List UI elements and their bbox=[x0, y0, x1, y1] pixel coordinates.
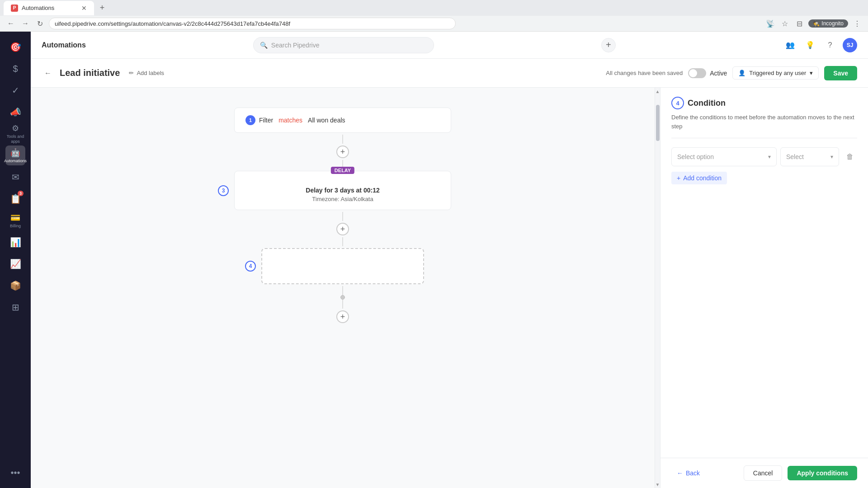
reload-button[interactable]: ↻ bbox=[34, 18, 45, 29]
trends-icon: 📈 bbox=[10, 258, 21, 269]
sidebar-item-trends[interactable]: 📈 bbox=[5, 254, 25, 274]
new-tab-button[interactable]: + bbox=[96, 2, 108, 14]
sidebar-item-tools[interactable]: ⚙ Tools and apps bbox=[5, 124, 25, 144]
connector-5 bbox=[342, 286, 343, 295]
sidebar-item-more[interactable]: ••• bbox=[5, 463, 25, 483]
products-icon: 📦 bbox=[10, 280, 21, 291]
apply-conditions-button[interactable]: Apply conditions bbox=[788, 466, 857, 480]
triggered-label: Triggered by any user bbox=[749, 70, 806, 76]
panel-header: 4 Condition Define the conditions to mee… bbox=[660, 88, 868, 144]
lightbulb-icon[interactable]: 💡 bbox=[803, 38, 817, 52]
tab-favicon: P bbox=[11, 5, 18, 12]
sidebar-item-mail[interactable]: ✉ bbox=[5, 167, 25, 187]
back-button[interactable]: ← bbox=[42, 67, 54, 80]
delay-content: Delay for 3 days at 00:12 Timezone: Asia… bbox=[235, 179, 451, 210]
search-icon: 🔍 bbox=[260, 42, 268, 49]
automation-header: ← Lead initiative ✏ Add labels All chang… bbox=[31, 59, 868, 88]
billing-label: Billing bbox=[10, 224, 21, 229]
browser-actions: 📡 ☆ ⊟ 🕵 Incognito ⋮ bbox=[765, 18, 863, 29]
filter-value: All won deals bbox=[308, 117, 345, 124]
main-content: Automations 🔍 Search Pipedrive + 👥 💡 ? S… bbox=[31, 32, 868, 488]
delete-condition-button[interactable]: 🗑 bbox=[843, 150, 857, 164]
filter-node-content[interactable]: 1 Filter matches All won deals bbox=[234, 108, 451, 133]
scroll-down-button[interactable]: ▼ bbox=[655, 481, 660, 488]
node-number-3: 3 bbox=[218, 185, 229, 196]
empty-node-4: 4 bbox=[261, 248, 424, 284]
add-step-button-2[interactable]: + bbox=[336, 223, 349, 235]
tab-close-button[interactable]: ✕ bbox=[81, 5, 87, 12]
sidebar-item-dollar[interactable]: $ bbox=[5, 59, 25, 79]
connector-3 bbox=[342, 212, 343, 221]
check-icon: ✓ bbox=[12, 85, 19, 96]
sidebar-item-products[interactable]: 📦 bbox=[5, 276, 25, 296]
add-condition-button[interactable]: + Add condition bbox=[671, 172, 727, 184]
trigger-dropdown-arrow: ▾ bbox=[810, 70, 813, 76]
active-toggle[interactable] bbox=[688, 68, 706, 78]
delay-node-3: 3 DELAY Delay for 3 days at 00:12 Timezo… bbox=[234, 171, 451, 210]
search-placeholder: Search Pipedrive bbox=[271, 42, 320, 49]
tab-title: Automations bbox=[22, 5, 54, 11]
address-bar[interactable]: uifeed.pipedrive.com/settings/automation… bbox=[49, 18, 456, 29]
delay-badge: DELAY bbox=[331, 167, 354, 174]
triggered-by-button[interactable]: 👤 Triggered by any user ▾ bbox=[732, 66, 819, 80]
sidebar-item-goals[interactable]: 🎯 bbox=[5, 37, 25, 57]
toggle-group: Active bbox=[688, 68, 727, 78]
sidebar-item-check[interactable]: ✓ bbox=[5, 80, 25, 100]
filter-badge: 1 bbox=[245, 115, 255, 125]
select-dropdown[interactable]: Select ▾ bbox=[780, 147, 839, 166]
add-button[interactable]: + bbox=[601, 38, 616, 52]
top-bar: Automations 🔍 Search Pipedrive + 👥 💡 ? S… bbox=[31, 32, 868, 59]
scroll-thumb[interactable] bbox=[656, 105, 660, 141]
top-bar-actions: 👥 💡 ? SJ bbox=[783, 38, 857, 52]
help-icon[interactable]: ? bbox=[823, 38, 837, 52]
node-number-4: 4 bbox=[245, 261, 256, 272]
users-icon[interactable]: 👥 bbox=[783, 38, 797, 52]
forward-nav-button[interactable]: → bbox=[20, 18, 31, 29]
sidebar-item-automations[interactable]: 🤖 Automations bbox=[5, 145, 25, 165]
add-step-button-1[interactable]: + bbox=[336, 145, 349, 158]
sidebar-item-grid[interactable]: ⊞ bbox=[5, 297, 25, 317]
more-icon: ••• bbox=[10, 468, 20, 478]
grid-icon: ⊞ bbox=[12, 302, 19, 313]
select-option-dropdown[interactable]: Select option ▾ bbox=[671, 147, 777, 166]
incognito-badge: 🕵 Incognito bbox=[808, 19, 848, 28]
active-tab[interactable]: P Automations ✕ bbox=[4, 1, 94, 15]
scroll-up-button[interactable]: ▲ bbox=[655, 88, 660, 95]
search-bar[interactable]: 🔍 Search Pipedrive bbox=[253, 37, 434, 53]
sidebar-item-reports[interactable]: 📊 bbox=[5, 232, 25, 252]
delay-title: Delay for 3 days at 00:12 bbox=[245, 187, 440, 194]
vertical-scrollbar[interactable]: ▲ ▼ bbox=[655, 88, 660, 488]
left-sidebar: 🎯 $ ✓ 📣 ⚙ Tools and apps 🤖 Automations ✉… bbox=[0, 32, 31, 488]
sidebar-item-tasks[interactable]: 📋 3 bbox=[5, 189, 25, 209]
connector-1 bbox=[342, 135, 343, 144]
panel-divider bbox=[671, 138, 857, 138]
save-button[interactable]: Save bbox=[824, 66, 857, 80]
app-title: Automations bbox=[42, 41, 86, 49]
filter-node-wrapper: 1 Filter matches All won deals bbox=[234, 108, 451, 133]
mail-icon: ✉ bbox=[12, 172, 19, 183]
tools-label: Tools and apps bbox=[5, 134, 25, 144]
sidebar-item-billing[interactable]: 💳 Billing bbox=[5, 211, 25, 230]
canvas-inner: 1 Filter matches All won deals + bbox=[40, 97, 646, 458]
menu-button[interactable]: ⋮ bbox=[852, 18, 863, 29]
cancel-button[interactable]: Cancel bbox=[744, 465, 783, 481]
step-badge: 4 bbox=[671, 97, 684, 109]
delay-node-content[interactable]: DELAY Delay for 3 days at 00:12 Timezone… bbox=[234, 171, 451, 210]
empty-node-content[interactable] bbox=[261, 248, 424, 284]
sidebar-item-megaphone[interactable]: 📣 bbox=[5, 102, 25, 122]
user-avatar[interactable]: SJ bbox=[843, 38, 857, 52]
add-labels-button[interactable]: ✏ Add labels bbox=[125, 68, 168, 78]
automation-title: Lead initiative bbox=[60, 68, 120, 78]
back-footer-button[interactable]: ← Back bbox=[671, 466, 705, 480]
connector-4 bbox=[342, 237, 343, 246]
tools-icon: ⚙ bbox=[12, 123, 19, 133]
cast-icon[interactable]: 📡 bbox=[765, 18, 776, 29]
sidebar-toggle[interactable]: ⊟ bbox=[794, 18, 805, 29]
add-step-button-3[interactable]: + bbox=[336, 310, 349, 323]
add-condition-label: Add condition bbox=[683, 174, 722, 182]
star-icon[interactable]: ☆ bbox=[779, 18, 790, 29]
back-nav-button[interactable]: ← bbox=[5, 18, 16, 29]
panel-content: Select option ▾ Select ▾ 🗑 + Add conditi… bbox=[660, 144, 868, 458]
panel-description: Define the conditions to meet before the… bbox=[671, 113, 857, 138]
automations-label: Automations bbox=[4, 159, 27, 164]
